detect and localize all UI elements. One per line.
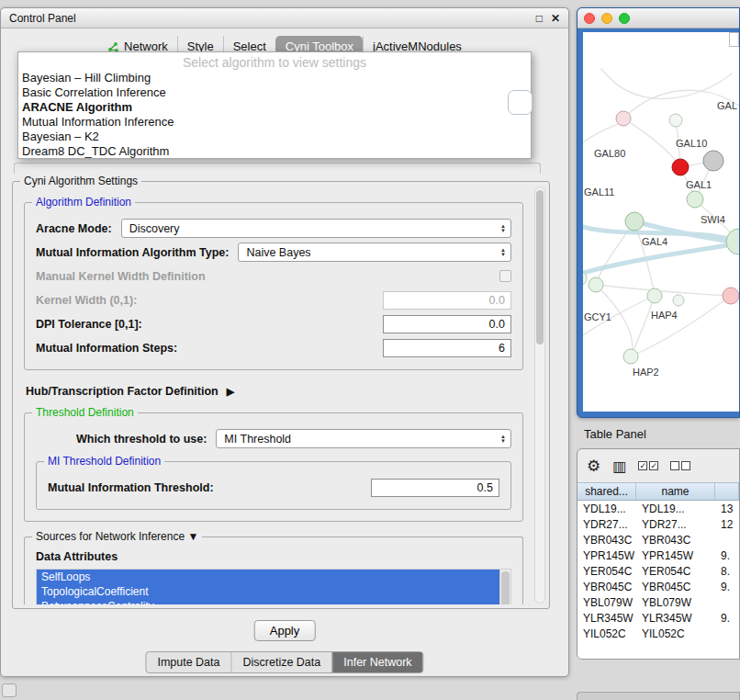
which-threshold-select[interactable]: MI Threshold ▲ ▼: [216, 429, 511, 448]
selected-value: MI Threshold: [224, 433, 291, 446]
network-node[interactable]: [647, 288, 662, 303]
network-node-pink[interactable]: [723, 288, 739, 304]
select-all-icon[interactable]: ✓ ✓: [638, 461, 658, 470]
network-node[interactable]: [687, 191, 703, 208]
scrollbar-thumb[interactable]: [536, 190, 544, 344]
cell: YBR045C: [636, 581, 715, 593]
scrollbar-thumb[interactable]: [501, 571, 510, 604]
close-traffic-light[interactable]: [584, 13, 595, 24]
dpi-tolerance-label: DPI Tolerance [0,1]:: [36, 318, 142, 331]
which-threshold-row: Which threshold to use: MI Threshold ▲ ▼: [36, 429, 511, 448]
mi-type-select[interactable]: Naive Bayes ▲ ▼: [238, 243, 511, 262]
table-row[interactable]: YER054CYER054C8.: [577, 563, 739, 579]
manual-kernel-checkbox[interactable]: [499, 270, 511, 282]
gear-icon[interactable]: ⚙: [587, 457, 600, 476]
network-node-red[interactable]: [672, 159, 689, 175]
aracne-mode-label: Aracne Mode:: [36, 222, 112, 235]
algorithm-option-selected[interactable]: ARACNE Algorithm: [18, 100, 531, 115]
dropdown-prompt: Select algorithm to view settings: [18, 54, 531, 71]
mi-type-row: Mutual Information Algorithm Type: Naive…: [36, 243, 511, 262]
tab-impute-data[interactable]: Impute Data: [146, 652, 230, 672]
table-row[interactable]: YDL19...YDL19...13: [577, 501, 739, 516]
mi-steps-field[interactable]: 6: [383, 339, 511, 357]
settings-scrollbar[interactable]: [534, 186, 545, 604]
algorithm-option[interactable]: Bayesian – K2: [18, 130, 531, 144]
tab-infer-network[interactable]: Infer Network: [331, 652, 422, 672]
apply-button[interactable]: Apply: [254, 620, 316, 641]
algorithm-option[interactable]: Basic Correlation Inference: [18, 85, 531, 100]
cell: YDR27...: [577, 518, 636, 531]
column-header-name[interactable]: name: [636, 483, 715, 500]
node-label: GAL4: [642, 236, 667, 247]
select-none-icon[interactable]: [670, 461, 690, 470]
column-header-shared[interactable]: shared...: [577, 483, 636, 500]
hub-definition-expander[interactable]: Hub/Transcription Factor Definition ▶: [26, 385, 521, 398]
columns-icon[interactable]: ▥: [612, 457, 626, 475]
node-label: GCY1: [584, 311, 611, 322]
table-row[interactable]: YIL052CYIL052C: [577, 626, 739, 641]
network-node[interactable]: [623, 349, 638, 364]
mi-threshold-field[interactable]: 0.5: [371, 479, 499, 497]
aracne-mode-select[interactable]: Discovery ▲ ▼: [121, 219, 511, 238]
group-title: Threshold Definition: [32, 406, 138, 419]
algorithm-option[interactable]: Mutual Information Inference: [18, 115, 531, 130]
mi-steps-label: Mutual Information Steps:: [36, 342, 177, 355]
mi-threshold-label: Mutual Information Threshold:: [48, 481, 214, 494]
checked-box-icon: ✓: [638, 461, 647, 470]
table-row[interactable]: YBR045CYBR045C9.: [577, 579, 739, 594]
close-icon[interactable]: ✕: [551, 12, 560, 25]
list-item-selected[interactable]: SelfLoops: [37, 570, 499, 584]
mi-steps-row: Mutual Information Steps: 6: [36, 338, 511, 357]
cell: YBR043C: [636, 534, 715, 547]
zoom-traffic-light[interactable]: [619, 13, 630, 24]
sources-title: Sources for Network Inference: [36, 530, 185, 543]
list-item-selected[interactable]: BetweennessCentrality: [37, 599, 499, 604]
mi-threshold-row: Mutual Information Threshold: 0.5: [48, 478, 499, 497]
table-row[interactable]: YPR145WYPR145W9.: [577, 548, 739, 563]
node-label: GAL: [717, 100, 737, 111]
sources-expander[interactable]: Sources for Network Inference ▼: [32, 530, 202, 543]
dpi-tolerance-field[interactable]: 0.0: [383, 315, 511, 333]
spinner-down-icon: ▼: [500, 229, 506, 233]
cyni-mode-tabs: Impute Data Discretize Data Infer Networ…: [145, 651, 423, 673]
window-controls: □ ✕: [536, 12, 560, 25]
algorithm-option[interactable]: Dream8 DC_TDC Algorithm: [18, 144, 531, 159]
network-tab-icon: [107, 41, 119, 52]
table-row[interactable]: YBL079WYBL079W: [577, 594, 739, 610]
window-edge-fragment: [577, 692, 740, 700]
cell: YPR145W: [577, 549, 636, 562]
minimized-window-icon[interactable]: [2, 683, 17, 697]
node-label: HAP4: [651, 310, 678, 321]
node-label: GAL1: [686, 179, 712, 190]
list-item-selected[interactable]: TopologicalCoefficient: [37, 584, 499, 599]
cell: 9.: [715, 581, 739, 593]
spinner-arrows-icon: ▲ ▼: [495, 224, 506, 233]
minimize-traffic-light[interactable]: [601, 13, 612, 24]
network-node[interactable]: [669, 114, 682, 127]
cell: YER054C: [636, 565, 715, 578]
sources-group: Sources for Network Inference ▼ Data Att…: [24, 536, 523, 604]
algorithm-definition-group: Algorithm Definition Aracne Mode: Discov…: [24, 202, 523, 370]
combo-side-button[interactable]: [508, 90, 533, 115]
network-node[interactable]: [589, 277, 603, 292]
network-node[interactable]: [625, 212, 644, 231]
network-node[interactable]: [616, 111, 631, 126]
network-window-titlebar: [577, 8, 739, 28]
list-scrollbar[interactable]: [499, 570, 510, 604]
spinner-arrows-icon: ▲ ▼: [495, 435, 506, 444]
kernel-width-field[interactable]: 0.0: [383, 291, 511, 310]
network-node-gray[interactable]: [703, 151, 723, 171]
table-row[interactable]: YLR345WYLR345W9.: [577, 610, 739, 626]
network-node[interactable]: [673, 295, 684, 306]
float-window-icon[interactable]: □: [536, 12, 543, 25]
cell: 9.: [715, 612, 739, 625]
column-header-third[interactable]: [715, 483, 739, 500]
tab-discretize-data[interactable]: Discretize Data: [231, 652, 332, 672]
node-label: GAL80: [594, 148, 625, 159]
cell: 12: [715, 518, 739, 531]
algorithm-option[interactable]: Bayesian – Hill Climbing: [18, 71, 531, 85]
network-canvas[interactable]: GAL80 GAL10 GAL11 GAL1 SWI4 GAL4 GCY1 HA…: [583, 32, 739, 412]
table-row[interactable]: YBR043CYBR043C: [577, 532, 739, 548]
network-node[interactable]: [726, 229, 739, 254]
table-row[interactable]: YDR27...YDR27...12: [577, 516, 739, 532]
